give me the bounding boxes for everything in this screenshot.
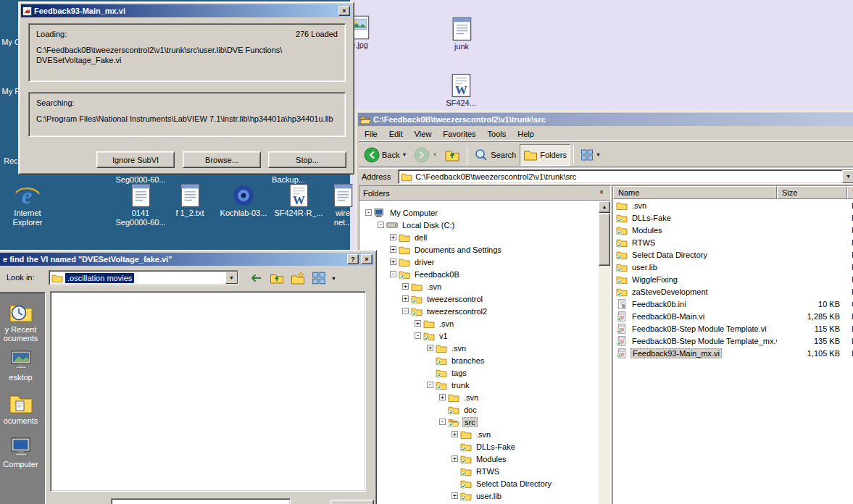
menu-favorites[interactable]: Favorites [437, 128, 481, 140]
help-icon[interactable]: ? [347, 254, 359, 264]
address-input[interactable]: C:\Feedback0B\tweezerscontrol2\v1\trunk\… [398, 169, 853, 184]
tree-item[interactable]: -v1 [359, 329, 599, 342]
tree-item[interactable]: +Modules [359, 453, 599, 465]
menu-help[interactable]: Help [512, 128, 540, 140]
collapse-icon[interactable]: - [415, 332, 421, 339]
places-item-3[interactable]: Computer [0, 436, 45, 469]
expand-icon[interactable]: + [390, 234, 396, 240]
explorer-titlebar[interactable]: C:\Feedback0B\tweezerscontrol2\v1\trunk\… [358, 113, 853, 126]
tree-item[interactable]: -Feedback0B [359, 268, 599, 280]
tree-item[interactable]: tags [359, 366, 599, 379]
collapse-icon[interactable]: - [365, 209, 372, 216]
file-name-input[interactable] [111, 498, 291, 504]
file-row[interactable]: Feedback93-Main_mx.vi1,105 KBL [613, 347, 853, 359]
column-header-t[interactable]: T [847, 186, 853, 199]
menu-view[interactable]: View [409, 128, 438, 140]
desktop-icon-kochlab[interactable]: Kochlab-03... [216, 181, 271, 218]
tree-item[interactable]: +.svn [359, 391, 599, 403]
expand-icon[interactable]: + [452, 455, 458, 462]
file-row[interactable]: RTWSF [613, 236, 853, 248]
expand-icon[interactable]: + [452, 431, 458, 437]
dialog-bottom-button[interactable] [330, 500, 374, 504]
folders-button[interactable]: Folders [520, 144, 570, 166]
expand-icon[interactable]: + [402, 283, 409, 290]
file-row[interactable]: Feedback0B-Main.vi1,285 KBL [613, 310, 853, 322]
expand-icon[interactable]: + [390, 246, 396, 253]
tree-item[interactable]: RTWS [359, 465, 599, 477]
file-browser-area[interactable] [50, 291, 366, 492]
loading-dialog-titlebar[interactable]: Feedback93-Main_mx.vi × [21, 4, 351, 17]
collapse-icon[interactable]: - [439, 419, 446, 425]
tree-item[interactable]: -src [359, 416, 599, 428]
tree-item[interactable]: branches [359, 354, 599, 366]
ignore-subvi-button[interactable]: Ignore SubVI [96, 151, 175, 168]
tree-item[interactable]: -trunk [359, 379, 599, 391]
file-row[interactable]: DLLs-FakeF [613, 211, 853, 224]
forward-button[interactable]: ▼ [410, 144, 441, 166]
views-button[interactable]: ▼ [577, 144, 604, 166]
desktop-icon-sf424r-r[interactable]: WSF424R-R_... [272, 181, 325, 218]
up-one-level-icon[interactable] [268, 270, 286, 286]
views-dropdown-icon[interactable]: ▼ [596, 152, 601, 157]
close-icon[interactable]: × [361, 254, 373, 264]
stop-button[interactable]: Stop... [268, 151, 346, 168]
close-icon[interactable]: × [338, 6, 350, 16]
desktop-icon-seg0000-notepad[interactable]: 0141 Seg0000-60... [110, 181, 171, 227]
menu-tools[interactable]: Tools [482, 128, 512, 140]
menu-edit[interactable]: Edit [383, 128, 409, 140]
tree-item[interactable]: -Local Disk (C:) [359, 219, 599, 231]
collapse-icon[interactable]: - [402, 308, 409, 314]
file-row[interactable]: user.libF [613, 261, 853, 273]
file-row[interactable]: Feedback0B-Step Module Template_mx.vi135… [613, 335, 853, 347]
collapse-icon[interactable]: - [427, 382, 433, 388]
look-in-combobox[interactable]: .oscillation movies ▼ [49, 270, 238, 285]
desktop-icon-internet-explorer[interactable]: eInternet Explorer [3, 181, 52, 227]
tree-item[interactable]: +.svn [359, 317, 599, 329]
column-header-size[interactable]: Size [777, 186, 847, 199]
file-row[interactable]: .svnF [613, 199, 853, 211]
tree-scrollbar[interactable]: ▲ [599, 201, 610, 504]
desktop-icon-sf424-doc2[interactable]: WSF424... [439, 71, 483, 108]
views-dropdown-icon[interactable]: ▼ [331, 276, 336, 281]
file-row[interactable]: Feedback0B-Step Module Template.vi115 KB… [613, 322, 853, 335]
tree-item[interactable]: Select Data Directory [359, 477, 599, 490]
file-row[interactable]: zaSteveDevelopmentF [613, 285, 853, 298]
collapse-icon[interactable]: - [390, 271, 396, 277]
tree-item[interactable]: +.svn [359, 342, 599, 354]
file-row[interactable]: ModulesF [613, 224, 853, 236]
up-button[interactable] [441, 144, 464, 166]
tree-item[interactable]: -My Computer [359, 206, 599, 219]
new-folder-icon[interactable] [289, 270, 307, 286]
tree-item[interactable]: +user.lib [359, 490, 599, 502]
collapse-icon[interactable]: - [378, 222, 384, 228]
combo-dropdown-icon[interactable]: ▼ [225, 272, 238, 284]
tree-item[interactable]: doc [359, 403, 599, 416]
scroll-up-icon[interactable]: ▲ [599, 201, 610, 213]
tree-item[interactable]: +.svn [359, 428, 599, 440]
back-icon[interactable] [247, 270, 265, 286]
menu-file[interactable]: File [359, 128, 383, 140]
expand-icon[interactable]: + [402, 295, 409, 302]
scrollbar-thumb[interactable] [599, 214, 610, 266]
back-button[interactable]: Back ▼ [360, 144, 410, 166]
find-vi-dialog-titlebar[interactable]: e find the VI named "DVESetVoltage_fake.… [0, 253, 374, 266]
places-item-1[interactable]: esktop [0, 349, 45, 382]
close-folders-pane-icon[interactable]: × [596, 188, 607, 198]
desktop-icon-junk[interactable]: junk [441, 14, 483, 51]
tree-item[interactable]: -tweezerscontrol2 [359, 305, 599, 317]
address-dropdown-icon[interactable]: ▼ [842, 170, 853, 183]
expand-icon[interactable]: + [390, 259, 396, 265]
file-row[interactable]: Feedback0b.ini10 KBC [613, 298, 853, 310]
tree-item[interactable]: +tweezerscontrol [359, 293, 599, 305]
expand-icon[interactable]: + [427, 345, 433, 351]
search-button[interactable]: Search [470, 144, 520, 166]
column-header-name[interactable]: Name [613, 186, 777, 199]
expand-icon[interactable]: + [452, 492, 458, 499]
tree-item[interactable]: +driver [359, 256, 599, 268]
tree-item[interactable]: DLLs-Fake [359, 440, 599, 453]
tree-item[interactable]: +.svn [359, 280, 599, 293]
file-row[interactable]: Select Data DirectoryF [613, 248, 853, 261]
forward-dropdown-icon[interactable]: ▼ [432, 152, 437, 157]
views-menu-icon[interactable] [310, 270, 328, 286]
browse-button[interactable]: Browse... [183, 151, 261, 168]
